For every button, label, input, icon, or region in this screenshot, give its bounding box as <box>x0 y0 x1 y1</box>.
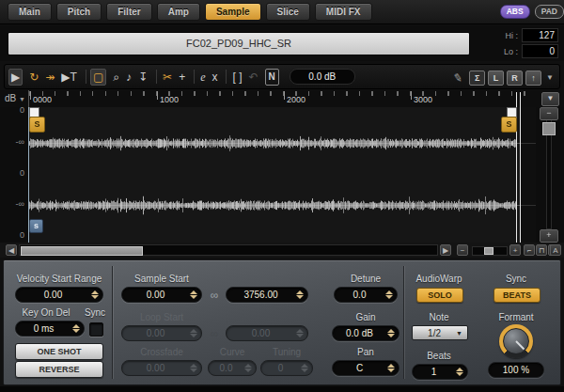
one-shot-button[interactable]: ONE SHOT <box>15 343 103 360</box>
sample-name-field[interactable]: FC02_PD09_HHC_SR <box>8 32 470 55</box>
zoom-slider-track[interactable] <box>472 246 508 256</box>
link-icon[interactable]: ∞ <box>205 289 224 302</box>
zoom-full-button[interactable]: A <box>550 244 561 256</box>
link-icon: ∞ <box>205 327 224 340</box>
formant-knob[interactable] <box>499 324 533 358</box>
stepper[interactable] <box>295 329 304 337</box>
tab-filter[interactable]: Filter <box>106 3 151 21</box>
sample-end-line[interactable] <box>520 92 521 243</box>
export-up-button[interactable]: ↑ <box>525 71 541 86</box>
vertical-zoom-out-button[interactable]: − <box>540 107 558 120</box>
scrollbar-thumb[interactable] <box>21 246 143 256</box>
crosshair-icon[interactable]: + <box>179 70 185 85</box>
key-on-del-field[interactable]: 0 ms <box>15 321 85 337</box>
loop-end-field[interactable]: 0.00 <box>226 325 308 341</box>
curve-field[interactable]: 0.0 <box>208 360 257 376</box>
ruler-major-tick <box>30 91 31 100</box>
scroll-right-button[interactable]: ▶ <box>440 244 451 256</box>
beats-button[interactable]: BEATS <box>494 288 540 303</box>
section-divider <box>112 266 113 379</box>
pad-toggle[interactable]: PAD <box>535 5 564 19</box>
stepper[interactable] <box>455 368 463 376</box>
velocity-start-range-field[interactable]: 0.00 <box>15 287 103 303</box>
beats-field[interactable]: 1 <box>412 364 468 380</box>
zoom-slider-thumb[interactable] <box>484 247 494 255</box>
stepper[interactable] <box>71 324 80 333</box>
play-icon[interactable]: ▶ <box>8 69 23 86</box>
level-display[interactable]: 0.0 dB <box>290 69 355 85</box>
stepper[interactable] <box>90 290 99 299</box>
delete-icon[interactable]: x <box>212 70 217 85</box>
tab-slice[interactable]: Slice <box>266 3 310 21</box>
sync-checkbox[interactable] <box>89 322 103 337</box>
loop-icon[interactable]: ↻ <box>29 70 39 85</box>
solo-button[interactable]: SOLO <box>416 288 463 303</box>
zoom-preset-button[interactable]: ⊓ <box>536 244 547 256</box>
stepper[interactable] <box>189 329 197 337</box>
stepper[interactable] <box>300 364 308 372</box>
sample-start-field[interactable]: 0.00 <box>121 287 202 303</box>
note-dropdown[interactable]: 1/2 ▼ <box>412 325 468 340</box>
ruler-major-tick <box>411 91 412 100</box>
stepper[interactable] <box>384 290 393 299</box>
pointer-icon[interactable]: ✎ <box>452 71 463 86</box>
tab-midi-fx[interactable]: MIDI FX <box>315 3 372 21</box>
stepper[interactable] <box>295 290 304 299</box>
hi-label: Hi : <box>506 31 519 40</box>
edit-icon[interactable]: e <box>200 70 205 85</box>
tab-main[interactable]: Main <box>8 3 52 21</box>
zoom-in-button[interactable]: + <box>509 244 521 256</box>
scroll-left-button[interactable]: ◀ <box>6 244 17 256</box>
scrub-icon[interactable]: ↧ <box>138 70 148 85</box>
normalize-icon[interactable]: N <box>265 69 279 86</box>
abs-toggle[interactable]: ABS <box>500 5 530 19</box>
vertical-zoom-thumb[interactable] <box>542 122 556 135</box>
ruler-major-tick <box>157 91 158 100</box>
tab-amp[interactable]: Amp <box>157 3 200 21</box>
waveform-plot[interactable]: S S s <box>28 107 536 243</box>
loop-start-field[interactable]: 0.00 <box>121 325 202 341</box>
scale-unit-dropdown[interactable]: dB ▼ <box>5 93 25 103</box>
stepper[interactable] <box>189 290 197 299</box>
chevron-down-icon[interactable]: ▼ <box>546 73 554 82</box>
crossfade-field[interactable]: 0.00 <box>121 360 202 376</box>
right-channel-button[interactable]: R <box>507 71 523 86</box>
lo-value[interactable]: 0 <box>522 44 558 58</box>
tab-pitch[interactable]: Pitch <box>56 3 102 21</box>
sample-end-field[interactable]: 3756.00 <box>226 287 308 303</box>
detune-field[interactable]: 0.0 <box>334 287 398 303</box>
tab-sample[interactable]: Sample <box>205 3 261 21</box>
scrollbar-track[interactable] <box>19 244 438 256</box>
stepper[interactable] <box>243 364 252 372</box>
audition-icon[interactable]: ♪ <box>126 70 132 85</box>
waveform-canvas[interactable] <box>28 107 536 243</box>
range-selection-icon[interactable]: ▢ <box>90 69 106 86</box>
zoom-tool-icon[interactable]: ⌕ <box>113 70 119 85</box>
brackets-icon[interactable]: [ ] <box>232 70 242 85</box>
hi-value[interactable]: 127 <box>522 28 558 42</box>
gain-field[interactable]: 0.0 dB <box>332 325 400 341</box>
stepper[interactable] <box>386 364 395 372</box>
sample-start-flag[interactable]: S <box>29 117 45 133</box>
sum-channel-button[interactable]: Σ <box>469 71 485 86</box>
play-to-end-icon[interactable]: ▶T <box>61 70 77 85</box>
vertical-zoom-in-button[interactable]: + <box>540 229 558 243</box>
tuning-field[interactable]: 0 <box>260 360 313 376</box>
zoom-out-button[interactable]: − <box>457 244 468 256</box>
sample-end-flag[interactable]: S <box>501 117 517 133</box>
stepper[interactable] <box>189 364 197 372</box>
formant-value-field[interactable]: 100 % <box>488 362 544 378</box>
loop-start-flag[interactable]: s <box>29 219 43 233</box>
zoom-preset-button[interactable]: ⌐ <box>524 244 535 256</box>
autoscroll-icon[interactable]: ↠ <box>45 70 55 85</box>
time-ruler[interactable]: 0000 1000 2000 3000 <box>28 90 537 107</box>
undo-icon[interactable]: ↶ <box>248 70 258 85</box>
stepper[interactable] <box>386 329 395 337</box>
snip-icon[interactable]: ✂ <box>163 70 172 85</box>
scale-label: 0 <box>2 105 24 115</box>
reverse-button[interactable]: REVERSE <box>15 361 103 378</box>
pan-field[interactable]: C <box>332 360 400 376</box>
left-channel-button[interactable]: L <box>488 71 504 86</box>
gain-label: Gain <box>332 312 400 322</box>
sync-checkbox-label: Sync <box>81 307 109 318</box>
